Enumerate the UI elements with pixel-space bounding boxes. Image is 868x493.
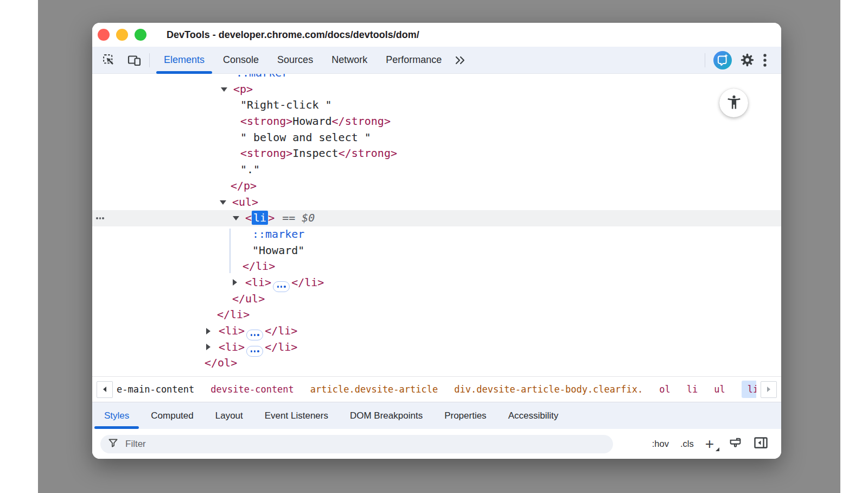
expand-arrow-right-icon[interactable] <box>233 279 237 286</box>
more-tabs-icon[interactable] <box>454 55 466 66</box>
expand-arrow-right-icon[interactable] <box>206 344 210 350</box>
tag-token: </strong> <box>339 147 397 160</box>
tab-elements[interactable]: Elements <box>155 47 214 73</box>
panel-tab-computed[interactable]: Computed <box>140 402 204 429</box>
new-style-rule-button[interactable]: + <box>705 439 717 450</box>
ai-assistant-icon[interactable] <box>713 51 732 69</box>
breadcrumb: e-main-contentdevsite-contentarticle.dev… <box>117 381 756 398</box>
tag-token: </strong> <box>332 115 391 128</box>
sidebar-tab-strip: StylesComputedLayoutEvent ListenersDOM B… <box>92 402 781 429</box>
minimize-window-button[interactable] <box>116 29 128 41</box>
zoom-window-button[interactable] <box>135 29 146 41</box>
dom-tree-row[interactable]: "." <box>92 162 781 178</box>
selected-tag-name[interactable]: li <box>252 211 268 225</box>
breadcrumb-item-devsite-content[interactable]: devsite-content <box>210 384 294 395</box>
panel-tab-properties[interactable]: Properties <box>433 402 497 429</box>
dom-tree-row[interactable]: <li>==$0 <box>92 210 781 226</box>
dom-tree-row[interactable]: <ul> <box>92 194 781 211</box>
breadcrumb-item-li[interactable]: li <box>742 381 756 398</box>
pseudo-element-token: ::marker <box>236 74 288 79</box>
dom-tree-row[interactable]: <li></li> <box>92 323 781 339</box>
pseudo-element-token: ::marker <box>252 227 304 241</box>
dom-tree: ::marker<p>"Right-click "<strong>Howard<… <box>92 74 781 371</box>
dom-tree-row[interactable]: ::marker <box>92 74 781 81</box>
tag-token: <ul> <box>232 195 258 208</box>
panel-tab-layout[interactable]: Layout <box>205 402 254 429</box>
dom-tree-row[interactable]: ::marker <box>92 226 781 243</box>
devtools-toolbar: ElementsConsoleSourcesNetworkPerformance <box>92 47 781 74</box>
dom-tree-row[interactable]: "Howard" <box>92 243 781 259</box>
breadcrumb-scroll-right-button[interactable] <box>761 381 777 398</box>
toolbar-divider <box>705 53 705 67</box>
breadcrumb-scroll-left-button[interactable] <box>97 381 113 398</box>
dom-tree-row[interactable]: <strong>Inspect</strong> <box>92 146 781 162</box>
dom-tree-row[interactable]: </li> <box>92 307 781 323</box>
dom-tree-row[interactable]: " below and select " <box>92 130 781 146</box>
breadcrumb-item-article-devsite-article[interactable]: article.devsite-article <box>310 384 438 395</box>
close-window-button[interactable] <box>98 29 110 41</box>
dom-tree-panel: ::marker<p>"Right-click "<strong>Howard<… <box>92 74 781 376</box>
dom-tree-row[interactable]: <strong>Howard</strong> <box>92 113 781 130</box>
inspect-element-icon[interactable] <box>102 53 116 67</box>
more-menu-icon[interactable] <box>763 53 767 67</box>
console-reference-token: $0 <box>302 211 315 224</box>
expand-arrow-down-icon[interactable] <box>221 87 227 92</box>
expand-arrow-right-icon[interactable] <box>206 328 210 334</box>
tab-console[interactable]: Console <box>214 47 268 73</box>
breadcrumb-item-div-devsite-article-body-clearfix-[interactable]: div.devsite-article-body.clearfix. <box>454 384 643 395</box>
toggle-sidebar-icon[interactable] <box>754 436 768 452</box>
dom-tree-row[interactable]: <p> <box>92 81 781 98</box>
rendering-brush-icon[interactable] <box>729 436 742 452</box>
device-toolbar-icon[interactable] <box>127 54 142 67</box>
toolbar-divider <box>149 53 150 67</box>
toggle-element-classes-button[interactable]: .cls <box>680 439 694 449</box>
text-node-token: " below and select " <box>240 131 371 144</box>
tag-token: </ul> <box>232 292 265 305</box>
dom-tree-row[interactable]: </p> <box>92 178 781 194</box>
expand-arrow-down-icon[interactable] <box>220 200 226 205</box>
tag-token: </li> <box>291 276 324 289</box>
breadcrumb-item-e-main-content[interactable]: e-main-content <box>117 384 194 395</box>
dom-tree-row[interactable]: <li></li> <box>92 275 781 291</box>
settings-gear-icon[interactable] <box>740 53 755 67</box>
toggle-pseudo-state-button[interactable]: :hov <box>652 439 669 449</box>
dom-tree-row[interactable]: </ol> <box>92 355 781 371</box>
text-node-token: "Howard" <box>252 244 304 257</box>
breadcrumb-item-li[interactable]: li <box>687 384 698 395</box>
panel-tab-styles[interactable]: Styles <box>93 402 140 429</box>
style-filter-input[interactable]: Filter <box>100 435 613 453</box>
panel-tab-event-listeners[interactable]: Event Listeners <box>254 402 339 429</box>
text-node-token: Howard <box>292 115 331 128</box>
breadcrumb-item-ol[interactable]: ol <box>659 384 670 395</box>
panel-tab-dom-breakpoints[interactable]: DOM Breakpoints <box>339 402 433 429</box>
styles-toolbar-buttons: :hov .cls + <box>652 436 768 452</box>
accessibility-overlay-button[interactable] <box>719 89 748 117</box>
tag-token: <li> <box>219 340 245 353</box>
equals-token: == <box>282 211 295 224</box>
tab-performance[interactable]: Performance <box>376 47 451 73</box>
tag-token: <li> <box>245 276 271 289</box>
tab-network[interactable]: Network <box>322 47 376 73</box>
expand-arrow-down-icon[interactable] <box>233 216 239 220</box>
text-node-token: Inspect <box>292 147 338 160</box>
panel-tab-accessibility[interactable]: Accessibility <box>497 402 570 429</box>
row-more-actions-icon[interactable] <box>96 210 104 226</box>
tag-token: > <box>268 211 275 224</box>
tag-token: </li> <box>217 308 250 321</box>
tag-token: <li> <box>219 324 245 337</box>
devtools-window: DevTools - developer.chrome.com/docs/dev… <box>92 23 781 459</box>
breadcrumb-item-ul[interactable]: ul <box>714 384 725 395</box>
styles-pane-toolbar: Filter :hov .cls + <box>92 429 781 459</box>
indent-guide <box>229 229 231 273</box>
tab-sources[interactable]: Sources <box>268 47 322 73</box>
tag-token: <strong> <box>240 147 292 160</box>
dom-tree-row[interactable]: </ul> <box>92 291 781 307</box>
filter-funnel-icon <box>108 438 118 450</box>
dom-tree-row[interactable]: <li></li> <box>92 339 781 356</box>
dom-tree-row[interactable]: "Right-click " <box>92 97 781 113</box>
tag-token: <strong> <box>240 115 292 128</box>
dom-tree-row[interactable]: </li> <box>92 258 781 275</box>
tag-token: </li> <box>265 340 297 353</box>
toolbar-right-cluster <box>705 51 767 69</box>
breadcrumb-bar: e-main-contentdevsite-contentarticle.dev… <box>92 376 781 402</box>
